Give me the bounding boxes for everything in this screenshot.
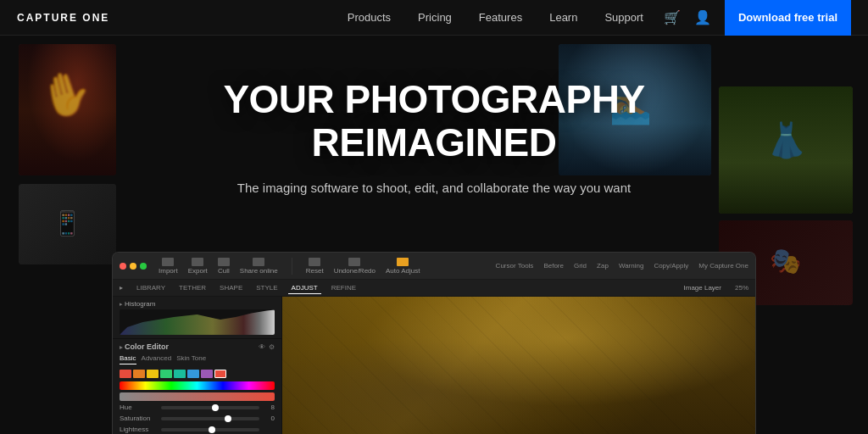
toolbar-import[interactable]: Import	[159, 258, 178, 275]
hue-slider-row: Hue 8	[120, 403, 275, 411]
saturation-value: 0	[263, 415, 275, 422]
color-editor-panel: ▸ Color Editor 👁 ⚙ Basic Advanced Skin T…	[113, 339, 281, 434]
ce-settings-icon[interactable]: ⚙	[269, 343, 275, 351]
ce-tab-advanced[interactable]: Advanced	[142, 354, 172, 364]
ce-header: ▸ Color Editor 👁 ⚙	[120, 342, 275, 351]
swatch-blue[interactable]	[187, 370, 199, 378]
ce-title: ▸ Color Editor	[120, 342, 169, 351]
nav-features[interactable]: Features	[479, 11, 522, 24]
trial-button[interactable]: Download free trial	[725, 0, 851, 36]
histogram-chart	[120, 309, 275, 335]
hero-text-block: YOUR PHOTOGRAPHY REIMAGINED The imaging …	[222, 78, 646, 198]
saturation-gradient	[120, 392, 275, 401]
swatch-red[interactable]	[120, 370, 131, 378]
swatch-green[interactable]	[160, 370, 172, 378]
lightness-track[interactable]	[161, 428, 259, 431]
ce-icons: 👁 ⚙	[259, 343, 275, 351]
user-icon[interactable]: 👤	[694, 9, 711, 25]
software-preview: Import Export Cull Share online Res	[112, 252, 756, 434]
cursor-tools-label: Cursor Tools	[496, 262, 534, 270]
zoom-label: 25%	[735, 284, 748, 292]
swatch-purple[interactable]	[201, 370, 213, 378]
close-button[interactable]	[120, 263, 126, 270]
saturation-label: Saturation	[120, 415, 158, 422]
logo: CAPTURE ONE	[17, 12, 109, 24]
cart-icon[interactable]: 🛒	[664, 9, 681, 25]
hero-headline: YOUR PHOTOGRAPHY REIMAGINED	[222, 78, 646, 164]
toolbar-autoadjust[interactable]: Auto Adjust	[386, 258, 420, 275]
nav-links: Products Pricing Features Learn Support	[348, 11, 643, 24]
maximize-button[interactable]	[140, 263, 147, 270]
toolbar-cull[interactable]: Cull	[218, 258, 230, 275]
tab-shape[interactable]: SHAPE	[216, 282, 246, 293]
window-controls	[120, 263, 147, 270]
navbar: CAPTURE ONE Products Pricing Features Le…	[0, 0, 868, 36]
toolbar-reset[interactable]: Reset	[306, 258, 324, 275]
saturation-slider-row: Saturation 0	[120, 415, 275, 422]
hue-track[interactable]	[161, 406, 259, 409]
tab-style[interactable]: STYLE	[253, 282, 281, 293]
swatch-orange[interactable]	[133, 370, 145, 378]
saturation-track[interactable]	[161, 417, 259, 420]
tab-library[interactable]: LIBRARY	[133, 282, 169, 293]
nav-pricing[interactable]: Pricing	[418, 11, 452, 24]
histogram-label: ▸ Histogram	[120, 300, 275, 308]
ce-tab-skintone[interactable]: Skin Tone	[176, 354, 206, 364]
sw-tabs-bar: ▸ LIBRARY TETHER SHAPE STYLE ADJUST REFI…	[113, 280, 755, 297]
toolbar-right: Cursor Tools Before Grid Zap Warning Cop…	[496, 262, 748, 270]
nav-learn[interactable]: Learn	[549, 11, 577, 24]
hero-subtext: The imaging software to shoot, edit, and…	[222, 179, 646, 198]
tab-tether[interactable]: TETHER	[175, 282, 209, 293]
hero-image-tablet	[19, 184, 116, 264]
tab-adjust[interactable]: ADJUST	[288, 282, 321, 294]
sw-left-panel: ▸ Histogram ▸ Color Editor 👁	[113, 297, 282, 434]
hue-gradient	[120, 381, 275, 390]
saturation-thumb[interactable]	[225, 415, 231, 422]
hero-image-portrait	[19, 44, 116, 175]
photo-editing-area	[282, 297, 755, 434]
nav-products[interactable]: Products	[348, 11, 391, 24]
hue-value: 8	[263, 403, 275, 411]
swatch-yellow[interactable]	[147, 370, 159, 378]
sw-main-content: ▸ Histogram ▸ Color Editor 👁	[113, 297, 755, 434]
copypaste-label: Copy/Apply	[654, 262, 688, 270]
ce-tabs: Basic Advanced Skin Tone	[120, 354, 275, 364]
zap-label: Zap	[597, 262, 609, 270]
swatch-selected[interactable]	[214, 370, 226, 378]
toolbar-items: Import Export Cull Share online Res	[159, 258, 491, 275]
toolbar-share[interactable]: Share online	[240, 258, 278, 275]
hero-headline-line2: REIMAGINED	[312, 120, 557, 164]
toolbar-export[interactable]: Export	[188, 258, 208, 275]
image-layer-label: Image Layer	[684, 284, 721, 292]
tab-refine[interactable]: REFINE	[328, 282, 359, 293]
ce-tab-basic[interactable]: Basic	[120, 354, 136, 364]
toolbar-undoredo[interactable]: Undone/Redo	[334, 258, 376, 275]
lightness-label: Lightness	[120, 426, 158, 433]
before-label: Before	[543, 262, 564, 270]
ce-eye-icon[interactable]: 👁	[259, 343, 265, 351]
nav-icon-group: 🛒 👤	[664, 9, 711, 25]
histogram-panel: ▸ Histogram	[113, 297, 281, 339]
sw-toolbar: Import Export Cull Share online Res	[113, 253, 755, 280]
warning-label: Warning	[619, 262, 644, 270]
lightness-slider-row: Lightness	[120, 426, 275, 433]
mycaptureone-label: My Capture One	[698, 262, 748, 270]
hero-image-fashion	[719, 86, 853, 214]
grid-label: Grid	[574, 262, 587, 270]
hero-section: YOUR PHOTOGRAPHY REIMAGINED The imaging …	[0, 36, 868, 434]
divider	[292, 258, 292, 275]
hero-headline-line1: YOUR PHOTOGRAPHY	[223, 77, 644, 121]
expand-icon: ▸	[120, 284, 123, 292]
color-swatches	[120, 370, 275, 378]
swatch-teal[interactable]	[174, 370, 186, 378]
lightness-thumb[interactable]	[209, 426, 215, 433]
hue-label: Hue	[120, 403, 158, 411]
minimize-button[interactable]	[130, 263, 136, 270]
hue-thumb[interactable]	[212, 404, 219, 411]
nav-support[interactable]: Support	[604, 11, 643, 24]
